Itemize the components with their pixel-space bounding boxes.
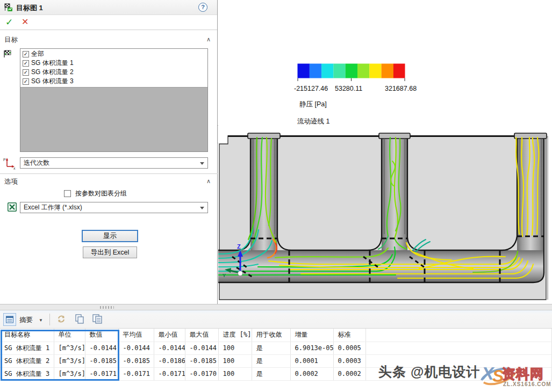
excel-format-value: Excel 工作簿 (*.xlsx) [24, 204, 82, 211]
cell: 是 [252, 354, 290, 367]
cell: -0.0185 [185, 354, 218, 367]
cell: -0.0185 [85, 354, 118, 367]
goal-plot-icon [4, 3, 13, 12]
abscissa-value: 迭代次数 [24, 159, 49, 166]
cell: 6.9013e-05 [290, 342, 333, 354]
col-header[interactable]: 目标名称 [0, 329, 54, 342]
excel-format-combobox[interactable]: Excel 工作簿 (*.xlsx) [20, 202, 208, 213]
cell: [m^3/s] [54, 354, 85, 367]
cell: -0.0144 [185, 342, 218, 354]
col-header[interactable]: 最小值 [154, 329, 185, 342]
table-header-row: 目标名称 单位 数值 平均值 最小值 最大值 进度 [%] 用于收敛 增量 标准 [0, 329, 552, 342]
horizontal-splitter[interactable] [0, 304, 552, 310]
help-icon[interactable]: ? [198, 3, 207, 12]
cell: SG 体积流量 3 [0, 367, 54, 380]
flow-trajectories-scene: Z Y [218, 0, 552, 304]
excel-icon [7, 202, 17, 212]
cell: 0.0002 [290, 367, 333, 380]
cell: 0.0002 [333, 367, 365, 380]
cell: -0.0171 [118, 367, 154, 380]
export-to-excel-button[interactable]: 导出到 Excel [83, 246, 137, 258]
cell: 是 [252, 342, 290, 354]
group-by-parameter-row[interactable]: . 按参数对图表分组 [63, 189, 127, 198]
goal-checkbox[interactable]: ✓ [23, 78, 29, 85]
col-header[interactable]: 标准 [333, 329, 365, 342]
summary-dropdown-icon[interactable]: ▼ [39, 318, 43, 323]
cell: -0.0171 [154, 367, 185, 380]
confirm-bar: ✓ ✕ [0, 15, 217, 30]
col-header[interactable]: 增量 [290, 329, 333, 342]
ok-button[interactable]: ✓ [5, 17, 13, 28]
chevron-down-icon [200, 207, 204, 209]
legend-min-value: -215127.46 [294, 85, 328, 92]
goal-item-all[interactable]: ✓ 全部 [21, 49, 207, 59]
copy-icon[interactable] [74, 314, 85, 324]
legend-max-value: 321687.68 [385, 85, 417, 92]
goal-plot-property-panel: 目标图 1 ? ✓ ✕ 目标 ∧ ✓ 全部 ✓ SG 体积流量 [0, 0, 218, 304]
app-window: 目标图 1 ? ✓ ✕ 目标 ∧ ✓ 全部 ✓ SG 体积流量 [0, 0, 552, 392]
cell-filler [365, 342, 552, 354]
table-row[interactable]: SG 体积流量 1 [m^3/s] -0.0144 -0.0144 -0.014… [0, 342, 552, 354]
cell: 是 [252, 367, 290, 380]
riser-3-cap [514, 133, 547, 139]
goals-flag-icon [3, 49, 12, 58]
abscissa-combobox[interactable]: 迭代次数 [20, 157, 208, 169]
cell: [m^3/s] [54, 342, 85, 354]
cell: 0.0005 [333, 342, 365, 354]
graphics-viewport[interactable]: Z Y -215127.46 53280.11 [218, 0, 552, 304]
cell: -0.0185 [118, 354, 154, 367]
cell: 100 [218, 354, 252, 367]
goal-item-3[interactable]: ✓ SG 体积流量 3 [21, 77, 207, 86]
cell: -0.0144 [85, 342, 118, 354]
goal-label: SG 体积流量 1 [31, 59, 74, 68]
watermark-domain: ZL.XS1616.COM [503, 381, 551, 387]
cell: -0.0144 [154, 342, 185, 354]
goal-checkbox[interactable]: ✓ [23, 60, 29, 67]
riser-1-channel [250, 136, 277, 250]
copy-table-icon[interactable] [91, 314, 103, 324]
goal-label: 全部 [31, 49, 44, 59]
legend-mid-value: 53280.11 [335, 85, 362, 92]
col-header[interactable]: 进度 [%] [218, 329, 252, 342]
panel-header: 目标图 1 ? [0, 0, 217, 15]
summary-view-icon [5, 315, 14, 324]
col-header-filler [365, 329, 552, 342]
watermark-headline: 头条 @机电设计 [378, 363, 480, 381]
col-header[interactable]: 最大值 [185, 329, 218, 342]
refresh-icon[interactable] [56, 314, 67, 324]
show-button[interactable]: 显示 [82, 230, 138, 242]
group-by-parameter-checkbox[interactable]: . [64, 190, 71, 197]
summary-view-label[interactable]: 摘要 [19, 316, 33, 325]
riser-2-cap [379, 133, 410, 139]
summary-view-button[interactable] [3, 313, 16, 326]
goals-collapse-icon[interactable]: ∧ [206, 36, 211, 43]
goal-checkbox[interactable]: ✓ [23, 69, 29, 76]
cell: 0.0001 [290, 354, 333, 367]
cell: -0.0186 [154, 354, 185, 367]
watermark-logo: X S 资料网 ZL.XS1616.COM [482, 359, 552, 392]
cell: 0.0003 [333, 354, 365, 367]
goal-item-1[interactable]: ✓ SG 体积流量 1 [21, 59, 207, 68]
legend-colorbar [297, 63, 405, 81]
splitter-grip-icon [100, 306, 114, 309]
section-divider [0, 173, 218, 174]
cancel-button[interactable]: ✕ [21, 17, 28, 27]
options-collapse-icon[interactable]: ∧ [206, 178, 211, 185]
goals-listbox[interactable]: ✓ 全部 ✓ SG 体积流量 1 ✓ SG 体积流量 2 ✓ SG 体积流量 3 [20, 48, 208, 152]
col-header[interactable]: 平均值 [118, 329, 154, 342]
chevron-down-icon [200, 162, 204, 165]
col-header[interactable]: 用于收敛 [252, 329, 290, 342]
cell: SG 体积流量 1 [0, 342, 54, 354]
goals-items: ✓ 全部 ✓ SG 体积流量 1 ✓ SG 体积流量 2 ✓ SG 体积流量 3 [20, 49, 207, 88]
legend-parameter-label: 静压 [Pa] [299, 100, 437, 109]
goal-item-2[interactable]: ✓ SG 体积流量 2 [21, 68, 207, 77]
goal-checkbox[interactable]: ✓ [23, 51, 29, 57]
col-header[interactable]: 数值 [85, 329, 118, 342]
svg-text:x: x [13, 166, 16, 170]
cell: -0.0171 [85, 367, 118, 380]
cell: 100 [218, 342, 252, 354]
triad-z-label: Z [237, 243, 241, 250]
svg-text:P: P [3, 158, 6, 162]
col-header[interactable]: 单位 [54, 329, 85, 342]
color-legend: -215127.46 53280.11 321687.68 静压 [Pa] 流动… [297, 63, 437, 126]
